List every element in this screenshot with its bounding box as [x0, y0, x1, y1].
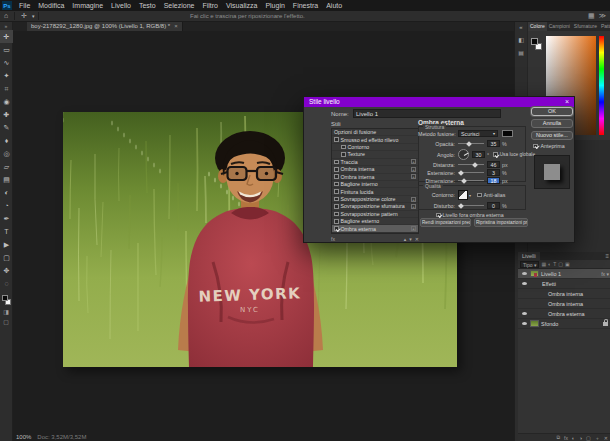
layer-effect-row[interactable]: Ombra interna — [518, 289, 610, 299]
hue-slider[interactable] — [599, 36, 604, 135]
layer-effect-row[interactable]: Ombra interna — [518, 299, 610, 309]
tab-colore[interactable]: Colore — [528, 22, 547, 31]
layer-name-field[interactable]: Livello 1 — [353, 109, 501, 118]
tab-sfumature[interactable]: Sfumature — [572, 22, 599, 31]
checkbox[interactable] — [334, 219, 339, 224]
make-default-button[interactable]: Rendi impostazioni predefinite — [420, 218, 471, 227]
menu-item-testo[interactable]: Testo — [135, 0, 160, 11]
style-row-bagliore-esterno[interactable]: Bagliore esterno — [332, 218, 418, 225]
menu-item-livello[interactable]: Livello — [107, 0, 135, 11]
foreground-color-swatch[interactable] — [531, 38, 538, 45]
menu-item-visualizza[interactable]: Visualizza — [222, 0, 261, 11]
new-layer-icon[interactable]: ＋ — [595, 435, 600, 441]
layer-effect-row[interactable]: Ombra esterna — [518, 309, 610, 319]
add-effect-icon[interactable]: fx — [331, 236, 335, 242]
move-tool-icon[interactable]: ✛ — [17, 11, 31, 21]
filter-type-layers-icon[interactable]: T — [553, 261, 556, 267]
cancel-button[interactable]: Annulla — [531, 119, 573, 128]
spread-field[interactable]: 3 — [487, 169, 500, 176]
close-tab-icon[interactable]: × — [174, 22, 178, 31]
checkbox[interactable] — [334, 197, 339, 202]
menu-item-finestra[interactable]: Finestra — [289, 0, 322, 11]
opacity-slider[interactable] — [458, 140, 484, 147]
path-selection-tool[interactable]: ▶ — [0, 238, 13, 251]
angle-field[interactable]: 30 — [472, 151, 485, 158]
checkbox[interactable] — [334, 174, 339, 179]
new-style-button[interactable]: Nuovo stile... — [531, 131, 573, 140]
checkbox[interactable] — [334, 167, 339, 172]
workspace-icon[interactable]: ▦ — [588, 12, 595, 20]
style-row-ombra-interna[interactable]: Ombra interna+ — [332, 166, 418, 173]
filter-adjustment-layers-icon[interactable]: ◐ — [548, 261, 551, 267]
preview-checkbox[interactable]: Anteprima — [533, 143, 573, 149]
history-panel-icon[interactable]: ◧ — [518, 36, 524, 43]
layer-mask-icon[interactable]: ◐ — [572, 435, 575, 441]
menu-item-selezione[interactable]: Selezione — [160, 0, 199, 11]
menu-item-file[interactable]: File — [15, 0, 34, 11]
tab-pattern[interactable]: Pattern — [599, 22, 610, 31]
layer-row[interactable]: Livello 1fx ▾ — [518, 269, 610, 279]
checkbox[interactable] — [334, 226, 339, 231]
checkbox[interactable] — [334, 189, 339, 194]
move-tool[interactable]: ✛ — [0, 30, 13, 43]
style-row-opzioni-di-fusione[interactable]: Opzioni di fusione — [332, 129, 418, 136]
layer-style-icon[interactable]: fx — [564, 435, 568, 441]
layer-row[interactable]: Effetti — [518, 279, 610, 289]
distance-slider[interactable] — [458, 161, 484, 168]
tool-preset-dropdown-icon[interactable]: ▾ — [31, 11, 36, 21]
brush-tool[interactable]: ✎ — [0, 121, 13, 134]
size-slider[interactable] — [458, 177, 484, 184]
type-tool[interactable]: T — [0, 225, 13, 238]
zoom-tool[interactable]: ◌ — [0, 277, 13, 290]
quick-mask-icon[interactable]: ◨ — [0, 307, 12, 317]
zoom-level[interactable]: 100% — [16, 434, 31, 440]
panel-menu-icon[interactable]: ≡ — [605, 252, 610, 260]
visibility-toggle[interactable] — [520, 272, 528, 275]
shadow-color-swatch[interactable] — [502, 130, 513, 137]
document-tab[interactable]: boy-2178292_1280.jpg @ 100% (Livello 1, … — [27, 22, 183, 31]
layer-thumbnail[interactable] — [530, 320, 539, 327]
opacity-field[interactable]: 35 — [487, 140, 500, 147]
blur-tool[interactable]: ◐ — [0, 186, 13, 199]
contour-picker[interactable] — [458, 190, 468, 200]
shape-tool[interactable]: ▢ — [0, 251, 13, 264]
checkbox[interactable] — [334, 212, 339, 217]
add-effect-instance-icon[interactable]: + — [411, 226, 416, 231]
layer-thumbnail[interactable] — [530, 270, 539, 277]
ok-button[interactable]: OK — [531, 107, 573, 116]
delete-layer-icon[interactable]: ✕ — [604, 435, 608, 441]
eyedropper-tool[interactable]: ◉ — [0, 95, 13, 108]
filter-pixel-layers-icon[interactable]: ▦ — [541, 261, 546, 267]
delete-effect-icon[interactable]: ✕ — [415, 236, 419, 242]
visibility-toggle[interactable] — [520, 282, 528, 285]
checkbox[interactable] — [334, 160, 339, 165]
gradient-tool[interactable]: ▤ — [0, 173, 13, 186]
checkbox[interactable] — [533, 144, 538, 149]
dialog-title-bar[interactable]: Stile livello × — [304, 97, 574, 107]
menu-item-plugin[interactable]: Plugin — [261, 0, 288, 11]
healing-brush-tool[interactable]: ✚ — [0, 108, 13, 121]
move-effect-up-icon[interactable]: ▴ — [404, 236, 407, 242]
checkbox[interactable] — [436, 213, 441, 218]
panel-chevrons-icon[interactable]: ≫ — [599, 12, 606, 20]
menu-item-modifica[interactable]: Modifica — [34, 0, 68, 11]
color-swatches[interactable] — [0, 293, 13, 307]
layer-fx-badge[interactable]: fx ▾ — [601, 271, 610, 277]
angle-dial[interactable] — [458, 149, 469, 160]
collapse-panels-icon[interactable]: « — [519, 24, 522, 30]
layer-row[interactable]: Sfondo — [518, 319, 610, 329]
move-effect-down-icon[interactable]: ▾ — [409, 236, 412, 242]
style-row-finitura-lucida[interactable]: Finitura lucida — [332, 188, 418, 195]
style-row-texture[interactable]: Texture — [332, 151, 418, 158]
style-row-contorno[interactable]: Contorno — [332, 144, 418, 151]
adjustment-layer-icon[interactable]: ◑ — [579, 435, 582, 441]
foreground-color-swatch[interactable] — [2, 295, 8, 301]
use-global-light-checkbox[interactable]: Usa luce globale — [493, 152, 535, 157]
visibility-toggle[interactable] — [520, 322, 528, 325]
home-icon[interactable]: ⌂ — [0, 11, 12, 21]
distance-field[interactable]: 46 — [487, 161, 500, 168]
add-effect-instance-icon[interactable]: + — [411, 167, 416, 172]
eraser-tool[interactable]: ▱ — [0, 160, 13, 173]
style-row-ombra-interna[interactable]: Ombra interna+ — [332, 174, 418, 181]
marquee-tool[interactable]: ▭ — [0, 43, 13, 56]
